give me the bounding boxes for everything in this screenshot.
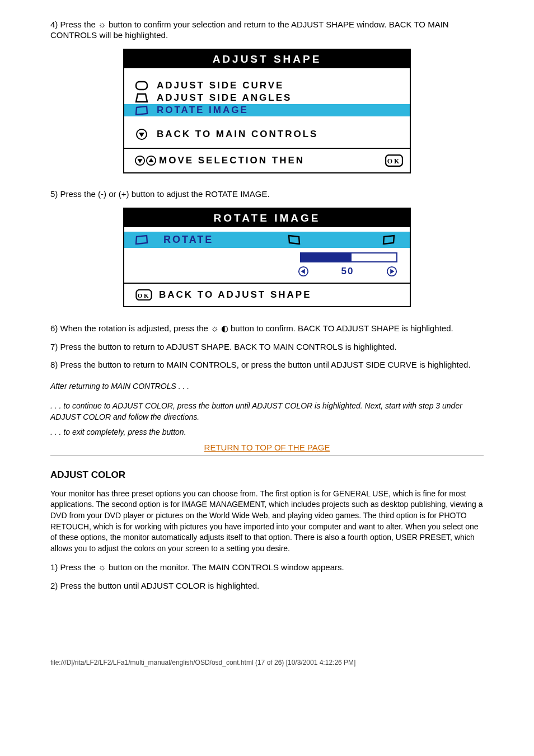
color-step-1: 1) Press the ☼ button on the monitor. Th… bbox=[50, 562, 484, 573]
osd1-title: ADJUST SHAPE bbox=[124, 50, 410, 68]
step-6-text-b: button to confirm. BACK TO ADJUST SHAPE … bbox=[231, 323, 453, 333]
rotate-row[interactable]: ROTATE bbox=[124, 232, 410, 248]
slider-bar[interactable] bbox=[300, 252, 397, 262]
color-step-2b: button until ADJUST COLOR is highlighted… bbox=[98, 581, 259, 590]
step-7-text-a: 7) Press the bbox=[50, 342, 98, 351]
after-note-1a: . . . to continue to ADJUST COLOR, press… bbox=[50, 401, 212, 410]
return-to-top-label: RETURN TO TOP OF THE PAGE bbox=[204, 443, 330, 452]
back-to-adjust-shape-label: BACK TO ADJUST SHAPE bbox=[159, 289, 312, 300]
rotate-slider: 50 bbox=[124, 248, 410, 283]
osd1-footer: MOVE SELECTION THEN OK bbox=[124, 148, 410, 172]
svg-text:OK: OK bbox=[387, 157, 401, 165]
svg-rect-0 bbox=[136, 82, 147, 90]
rotate-icon bbox=[134, 105, 149, 115]
step-7: 7) Press the button to return to ADJUST … bbox=[50, 342, 484, 353]
menu-item-back-main[interactable]: BACK TO MAIN CONTROLS bbox=[124, 128, 410, 141]
ok-badge-icon: OK bbox=[385, 154, 403, 167]
svg-marker-11 bbox=[136, 236, 147, 244]
menu-item-rotate-image-label: ROTATE IMAGE bbox=[157, 105, 249, 116]
tilt-right-icon bbox=[382, 234, 395, 245]
svg-marker-8 bbox=[148, 158, 153, 162]
step-5-text-b: or bbox=[109, 189, 119, 199]
step-6-text-a: 6) When the rotation is adjusted, press … bbox=[50, 323, 210, 333]
step-6: 6) When the rotation is adjusted, press … bbox=[50, 323, 484, 334]
color-step-1b: button on the monitor. The MAIN CONTROLS… bbox=[109, 562, 344, 572]
osd-adjust-shape: ADJUST SHAPE ADJUST SIDE CURVE ADJUST SI… bbox=[123, 49, 411, 173]
ok-badge-icon: OK bbox=[135, 289, 152, 300]
step-8-text-b: button to return to MAIN CONTROLS, or pr… bbox=[98, 360, 288, 369]
menu-item-rotate-image[interactable]: ROTATE IMAGE bbox=[124, 104, 410, 116]
after-note-heading: After returning to MAIN CONTROLS . . . bbox=[50, 382, 484, 391]
ok-button-icon: ☼ bbox=[210, 323, 219, 333]
up-down-arrows-icon bbox=[134, 155, 157, 166]
section-adjust-color: ADJUST COLOR bbox=[50, 469, 484, 481]
back-to-adjust-shape[interactable]: OK BACK TO ADJUST SHAPE bbox=[124, 283, 410, 306]
rotate-row-label: ROTATE bbox=[163, 234, 281, 246]
step-4-text-a: 4) Press the bbox=[50, 20, 98, 29]
svg-text:OK: OK bbox=[138, 292, 150, 298]
pincushion-icon bbox=[134, 81, 149, 91]
plus-button-icon: (+) bbox=[119, 189, 129, 199]
arrow-right-icon[interactable] bbox=[386, 266, 397, 277]
step-5-text-c: button to adjust the ROTATE IMAGE. bbox=[132, 189, 270, 199]
color-step-2a: 2) Press the bbox=[50, 581, 98, 590]
rotate-row-icon bbox=[134, 234, 149, 245]
svg-marker-12 bbox=[289, 236, 299, 244]
step-8: 8) Press the button to return to MAIN CO… bbox=[50, 360, 484, 370]
step-8-text-c: button until ADJUST SIDE CURVE is highli… bbox=[288, 360, 470, 369]
adjust-color-intro: Your monitor has three preset options yo… bbox=[50, 489, 484, 555]
divider bbox=[50, 456, 484, 456]
step-5: 5) Press the (-) or (+) button to adjust… bbox=[50, 189, 484, 200]
step-4: 4) Press the ☼ button to confirm your se… bbox=[50, 19, 484, 41]
back-arrow-icon bbox=[134, 128, 149, 140]
trapezoid-icon bbox=[134, 93, 149, 103]
ok-button-icon: ☼ bbox=[98, 20, 106, 29]
return-to-top-link[interactable]: RETURN TO TOP OF THE PAGE bbox=[50, 443, 484, 452]
arrow-left-icon[interactable] bbox=[298, 266, 309, 277]
svg-marker-1 bbox=[136, 94, 147, 102]
after-note-2a: . . . to exit completely, press the bbox=[50, 428, 162, 436]
osd2-title: ROTATE IMAGE bbox=[124, 209, 410, 227]
menu-item-side-angles-label: ADJUST SIDE ANGLES bbox=[157, 92, 292, 104]
page-footer: file:///D|/rita/LF2/LF2/LFa1/multi_manua… bbox=[50, 659, 484, 666]
svg-marker-4 bbox=[139, 133, 144, 137]
tilt-left-icon bbox=[288, 234, 301, 245]
svg-marker-6 bbox=[137, 159, 142, 163]
menu-item-side-angles[interactable]: ADJUST SIDE ANGLES bbox=[124, 92, 410, 104]
menu-item-side-curve-label: ADJUST SIDE CURVE bbox=[157, 80, 284, 91]
step-7-text-b: button to return to ADJUST SHAPE. BACK T… bbox=[98, 342, 397, 351]
step-8-text-a: 8) Press the bbox=[50, 360, 98, 369]
menu-item-back-main-label: BACK TO MAIN CONTROLS bbox=[157, 129, 318, 140]
minus-button-icon: (-) bbox=[98, 189, 106, 199]
step-4-text-b: button to confirm your selection and ret… bbox=[50, 20, 449, 40]
svg-marker-2 bbox=[136, 106, 147, 115]
rotate-value: 50 bbox=[341, 266, 354, 277]
svg-marker-17 bbox=[390, 269, 394, 274]
contrast-icon: ◐ bbox=[221, 323, 228, 333]
osd1-footer-label: MOVE SELECTION THEN bbox=[159, 155, 305, 166]
step-5-text-a: 5) Press the bbox=[50, 189, 98, 199]
color-step-1a: 1) Press the bbox=[50, 562, 98, 572]
color-step-2: 2) Press the button until ADJUST COLOR i… bbox=[50, 581, 484, 591]
slider-fill bbox=[301, 253, 352, 261]
menu-item-side-curve[interactable]: ADJUST SIDE CURVE bbox=[124, 79, 410, 92]
osd-rotate-image: ROTATE IMAGE ROTATE bbox=[123, 208, 411, 307]
after-note-2b: button. bbox=[162, 428, 186, 436]
ok-button-icon: ☼ bbox=[98, 562, 106, 572]
svg-marker-13 bbox=[383, 236, 394, 244]
svg-marker-15 bbox=[301, 269, 305, 274]
